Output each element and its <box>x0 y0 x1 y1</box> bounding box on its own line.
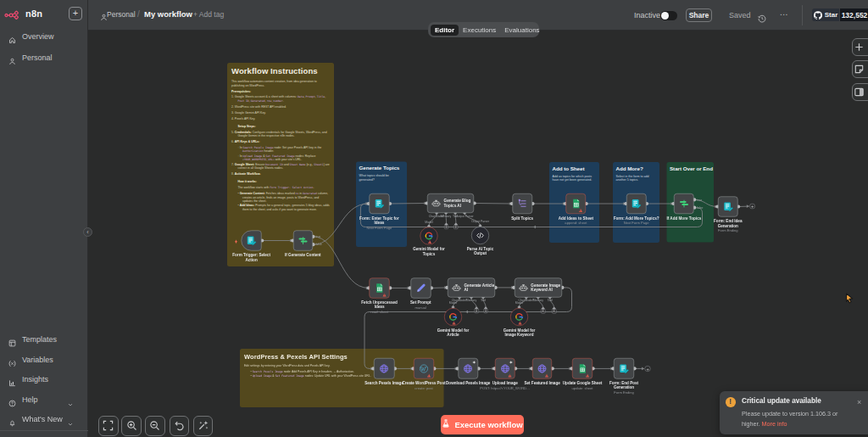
panel-icon <box>854 87 865 98</box>
node-plus-topics-tool[interactable]: + <box>453 225 458 229</box>
node-generate-image-keyword-ai[interactable]: Generate Image Keyword AI <box>515 277 562 297</box>
node-gemini-model-for-image-keyword[interactable] <box>510 308 528 326</box>
form-node-icon <box>246 235 257 246</box>
sidebar: n8n + OverviewPersonalTemplatesVariables… <box>0 0 88 437</box>
subnode-port-label: Model <box>503 301 537 305</box>
issue-warning-icon <box>453 322 456 325</box>
chevron-down-icon <box>67 396 74 403</box>
sidebar-item-templates[interactable]: Templates <box>0 334 88 349</box>
pencil-node-icon <box>415 283 426 294</box>
node-set-featured-image[interactable] <box>532 358 552 378</box>
tab-executions[interactable]: Executions <box>459 25 500 36</box>
github-star-button[interactable]: Star <box>812 8 839 21</box>
node-plus-article-memory[interactable]: + <box>475 309 479 313</box>
node-download-pexels-image[interactable]: ✦ <box>458 358 478 378</box>
node-plus-keyword-memory[interactable]: + <box>541 309 545 313</box>
node-add-ideas-to-sheet[interactable] <box>566 193 587 214</box>
issue-warning-icon <box>427 374 431 378</box>
node-form-add-more-topics[interactable] <box>626 193 647 214</box>
history-icon[interactable] <box>758 11 766 20</box>
node-search-pexels-image[interactable] <box>374 358 394 378</box>
chevron-down-icon <box>67 416 74 423</box>
node-title: Parse AI Topic Output <box>447 247 515 256</box>
sticky-icon <box>854 64 865 75</box>
zoom-in-button[interactable] <box>121 416 142 436</box>
sparkle-icon: ✦ <box>472 360 476 366</box>
node-form-end-idea-generation[interactable] <box>718 197 738 217</box>
github-star-count[interactable]: 132,552 <box>840 8 868 21</box>
share-button[interactable]: Share <box>686 8 712 22</box>
sidebar-item-variables[interactable]: Variables <box>0 355 88 369</box>
reset-zoom-button[interactable] <box>170 416 190 436</box>
node-gemini-model-for-article[interactable] <box>444 308 462 326</box>
node-fetch-unprocessed-ideas[interactable] <box>370 277 390 298</box>
node-plus-topics-memory[interactable]: + <box>444 225 448 229</box>
toast-close-icon[interactable]: × <box>857 398 861 406</box>
more-menu-button[interactable]: ... <box>780 8 788 17</box>
output-label-true: true <box>315 235 320 238</box>
node-gemini-model-for-topics[interactable] <box>420 227 438 245</box>
node-form-end-post-generation[interactable] <box>614 358 634 378</box>
sidebar-item-label: Templates <box>22 334 57 345</box>
workflow-canvas[interactable]: Workflow InstructionsThis workflow autom… <box>88 31 868 437</box>
github-star-widget[interactable]: Star 132,552 <box>812 8 868 21</box>
node-plus-article-tool[interactable]: + <box>483 309 487 313</box>
issue-warning-icon <box>383 293 387 296</box>
zoom-out-button[interactable] <box>145 416 165 436</box>
sidebar-collapse-button[interactable]: ‹ <box>83 227 92 237</box>
tab-evaluations[interactable]: Evaluations <box>500 25 543 36</box>
node-subtitle: read: sheet <box>342 310 418 314</box>
bell-icon <box>8 415 16 423</box>
node-if-generate-content[interactable] <box>293 231 313 251</box>
node-subtitle: Form Ending <box>690 228 766 233</box>
tidy-up-button[interactable] <box>193 416 214 436</box>
tab-editor[interactable]: Editor <box>431 25 459 36</box>
node-update-google-sheet[interactable] <box>572 358 593 378</box>
form-node-icon <box>374 199 385 210</box>
breadcrumb-project[interactable]: Personal <box>107 10 136 19</box>
node-upload-image[interactable]: ✦ <box>495 358 515 378</box>
ai-port-label: Tool <box>466 299 500 302</box>
add-node-button[interactable] <box>852 38 868 56</box>
node-subtitle: create: post <box>386 386 462 390</box>
n8n-logo-icon[interactable] <box>4 8 23 20</box>
more-info-link[interactable]: More info <box>762 420 787 428</box>
sheets-node-icon <box>570 199 581 210</box>
node-endpoint-idea[interactable]: + <box>749 204 754 209</box>
n8n-logo-text: n8n <box>25 8 42 19</box>
active-toggle[interactable] <box>660 11 677 20</box>
node-subtitle: Next Form Page <box>598 221 675 225</box>
update-toast: ! Critical update available Please updat… <box>720 391 868 434</box>
robot-node-icon <box>519 283 528 292</box>
node-form-enter-topic-for-ideas[interactable] <box>369 193 389 214</box>
node-parse-ai-topic-output[interactable] <box>471 227 489 244</box>
sidebar-item-whats-new[interactable]: What's New <box>0 414 88 429</box>
subnode-port-label: Model <box>437 301 470 305</box>
add-sticky-button[interactable] <box>852 60 868 78</box>
sidebar-item-personal[interactable]: Personal <box>0 53 88 67</box>
workflow-title[interactable]: My workflow <box>144 9 192 19</box>
add-workflow-button[interactable]: + <box>69 7 82 20</box>
node-if-add-more-topics[interactable] <box>674 193 694 214</box>
sidebar-item-insights[interactable]: Insights <box>0 374 88 389</box>
fit-view-button[interactable] <box>98 416 119 436</box>
node-form-trigger-select-action[interactable] <box>242 231 262 251</box>
node-generate-article-ai[interactable]: Generate Article AI <box>448 277 495 297</box>
node-plus-keyword-tool[interactable]: + <box>552 309 556 313</box>
sidebar-item-label: Insights <box>22 374 48 384</box>
add-tag-button[interactable]: + Add tag <box>193 10 224 19</box>
node-set-prompt[interactable] <box>410 277 431 298</box>
trigger-bolt-icon <box>235 238 238 246</box>
sidebar-item-help[interactable]: Help <box>0 395 88 409</box>
output-label-false: false <box>315 243 321 246</box>
execute-workflow-button[interactable]: Execute workflow <box>441 415 524 434</box>
node-generate-blog-topics-ai[interactable]: Generate Blog Topics AI <box>427 193 474 213</box>
sidebar-item-label: Overview <box>22 31 54 42</box>
node-split-topics[interactable] <box>512 193 532 214</box>
ai-port-label: Tool <box>533 299 567 302</box>
node-create-wordpress-post[interactable] <box>414 358 434 378</box>
toggle-panel-button[interactable] <box>852 83 868 101</box>
sidebar-item-label: Help <box>22 395 38 405</box>
sidebar-item-overview[interactable]: Overview <box>0 31 88 46</box>
form-node-icon <box>722 201 733 212</box>
